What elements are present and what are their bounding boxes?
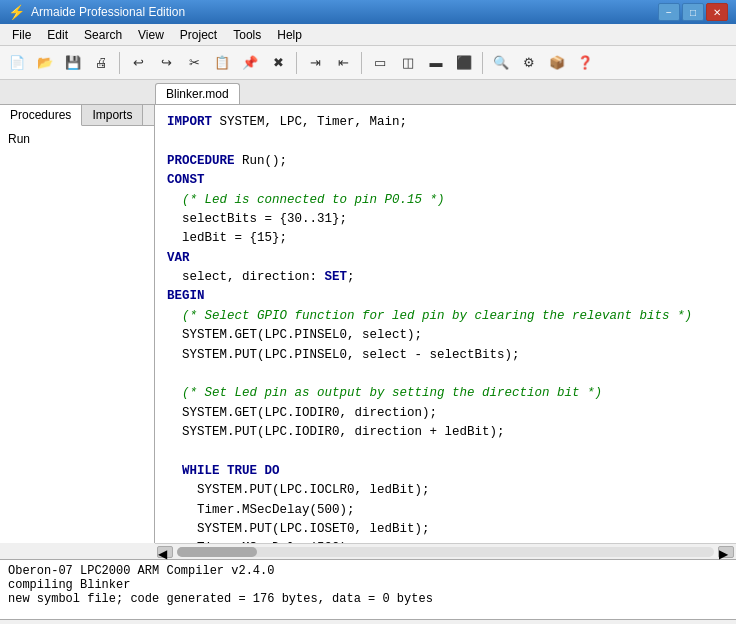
app-icon: ⚡ [8,4,25,20]
output-line: Oberon-07 LPC2000 ARM Compiler v2.4.0 [8,564,728,578]
redo-btn[interactable]: ↪ [153,50,179,76]
sep3 [361,52,362,74]
menu-bar: FileEditSearchViewProjectToolsHelp [0,24,736,46]
sep4 [482,52,483,74]
title-bar-left: ⚡ Armaide Professional Edition [8,4,185,20]
paste-btn[interactable]: 📌 [237,50,263,76]
cut-btn[interactable]: ✂ [181,50,207,76]
tab-procedures[interactable]: Procedures [0,105,82,126]
block1-btn[interactable]: ▭ [367,50,393,76]
modules-btn[interactable]: 📦 [544,50,570,76]
code-content: IMPORT SYSTEM, LPC, Timer, Main; PROCEDU… [167,113,736,543]
file-tab[interactable]: Blinker.mod [155,83,240,104]
undo-btn[interactable]: ↩ [125,50,151,76]
copy-btn[interactable]: 📋 [209,50,235,76]
hscroll-right-btn[interactable]: ▶ [718,546,734,558]
save-btn[interactable]: 💾 [60,50,86,76]
menu-item-help[interactable]: Help [269,26,310,44]
menu-item-file[interactable]: File [4,26,39,44]
title-controls: − □ ✕ [658,3,728,21]
indent-btn[interactable]: ⇥ [302,50,328,76]
close-button[interactable]: ✕ [706,3,728,21]
tabs-row: Blinker.mod [0,80,736,105]
code-scroll[interactable]: IMPORT SYSTEM, LPC, Timer, Main; PROCEDU… [155,105,736,543]
toolbar: 📄📂💾🖨↩↪✂📋📌✖⇥⇤▭◫▬⬛🔍⚙📦❓ [0,46,736,80]
search-btn[interactable]: 🔍 [488,50,514,76]
panel-tabs: Procedures Imports [0,105,154,126]
block2-btn[interactable]: ◫ [395,50,421,76]
outdent-btn[interactable]: ⇤ [330,50,356,76]
tools-btn[interactable]: ⚙ [516,50,542,76]
hscroll-area[interactable]: ◀ ▶ [155,543,736,559]
print-btn[interactable]: 🖨 [88,50,114,76]
title-text: Armaide Professional Edition [31,5,185,19]
output-panel: Oberon-07 LPC2000 ARM Compiler v2.4.0 co… [0,559,736,619]
hscroll-thumb[interactable] [177,547,257,557]
tab-imports[interactable]: Imports [82,105,143,125]
output-line: new symbol file; code generated = 176 by… [8,592,728,606]
maximize-button[interactable]: □ [682,3,704,21]
output-line: compiling Blinker [8,578,728,592]
code-area[interactable]: IMPORT SYSTEM, LPC, Timer, Main; PROCEDU… [155,105,736,543]
block4-btn[interactable]: ⬛ [451,50,477,76]
menu-item-tools[interactable]: Tools [225,26,269,44]
help-btn[interactable]: ❓ [572,50,598,76]
hscroll-left-btn[interactable]: ◀ [157,546,173,558]
main-area: Procedures Imports Run IMPORT SYSTEM, LP… [0,105,736,543]
menu-item-edit[interactable]: Edit [39,26,76,44]
new-btn[interactable]: 📄 [4,50,30,76]
panel-content: Run [0,126,154,543]
status-bar: Line 13 Col 1 [0,619,736,624]
block3-btn[interactable]: ▬ [423,50,449,76]
minimize-button[interactable]: − [658,3,680,21]
procedure-run[interactable]: Run [4,130,150,148]
title-bar: ⚡ Armaide Professional Edition − □ ✕ [0,0,736,24]
menu-item-search[interactable]: Search [76,26,130,44]
left-panel: Procedures Imports Run [0,105,155,543]
sep1 [119,52,120,74]
hscroll-track[interactable] [177,547,714,557]
delete-btn[interactable]: ✖ [265,50,291,76]
menu-item-project[interactable]: Project [172,26,225,44]
open-btn[interactable]: 📂 [32,50,58,76]
sep2 [296,52,297,74]
menu-item-view[interactable]: View [130,26,172,44]
